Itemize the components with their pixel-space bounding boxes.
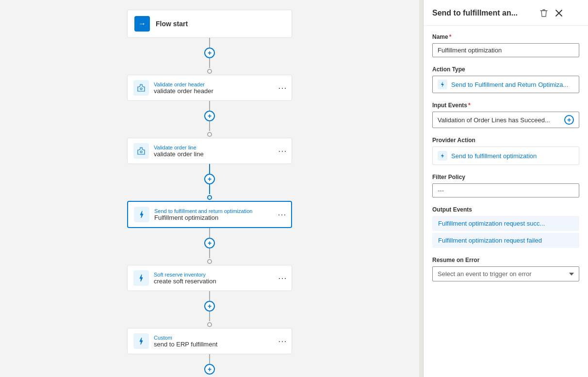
line-3 — [209, 164, 210, 174]
line-1 — [209, 38, 210, 48]
node-validate-header[interactable]: Validate order header validate order hea… — [127, 75, 292, 101]
node-custom-erp-name: send to ERP fulfillment — [154, 341, 286, 348]
node-fulfillment-icon — [134, 207, 149, 222]
flow-canvas: → Flow start + Validate order header val… — [0, 0, 419, 377]
panel-header: Send to fulfillment an... — [424, 0, 588, 26]
node-validate-header-icon — [133, 80, 149, 96]
panel-header-actions — [539, 8, 563, 18]
action-type-field-group: Action Type Send to Fulfillment and Retu… — [432, 66, 579, 93]
node-custom-erp-menu[interactable]: ⋯ — [278, 337, 287, 345]
node-soft-reserve-icon — [133, 270, 149, 286]
add-btn-1[interactable]: + — [204, 48, 215, 58]
input-events-label: Input Events* — [432, 102, 579, 109]
panel-body: Name* Action Type Send to Fulfillment an… — [424, 26, 588, 289]
line-6 — [209, 354, 210, 364]
node-custom-erp[interactable]: Custom send to ERP fulfillment ⋯ — [127, 328, 292, 354]
name-input[interactable] — [432, 43, 579, 57]
node-validate-line-top-label: Validate order line — [154, 145, 286, 150]
line-4 — [209, 228, 210, 238]
resume-on-error-select[interactable]: Select an event to trigger on error — [432, 266, 579, 281]
input-events-box[interactable]: Validation of Order Lines has Succeed...… — [432, 112, 579, 128]
svg-marker-4 — [140, 338, 143, 344]
input-events-add-button[interactable]: + — [564, 115, 574, 125]
provider-action-text: Send to fulfillment optimization — [451, 152, 537, 160]
add-btn-4[interactable]: + — [204, 238, 215, 248]
line-5 — [209, 291, 210, 301]
circle-1 — [207, 69, 212, 74]
connector-1: + — [204, 38, 215, 75]
flow-start-label: Flow start — [156, 20, 188, 28]
svg-marker-2 — [140, 211, 143, 218]
connector-4: + — [204, 228, 215, 265]
action-type-icon — [438, 80, 447, 89]
node-soft-reserve-top-label: Soft reserve inventory — [154, 272, 286, 278]
node-validate-line-text: Validate order line validate order line — [154, 145, 286, 158]
add-btn-3[interactable]: + — [204, 174, 215, 184]
line-2b — [209, 121, 210, 131]
provider-action-icon — [438, 151, 447, 161]
add-btn-5[interactable]: + — [204, 301, 215, 311]
node-validate-header-menu[interactable]: ⋯ — [278, 83, 287, 92]
connector-2: + — [204, 101, 215, 138]
add-btn-6[interactable]: + — [204, 364, 215, 375]
node-soft-reserve-name: create soft reservation — [154, 278, 286, 285]
resume-on-error-select-wrapper: Select an event to trigger on error — [432, 266, 579, 281]
node-soft-reserve[interactable]: Soft reserve inventory create soft reser… — [127, 265, 292, 291]
node-fulfillment-opt[interactable]: Send to fulfillment and return optimizat… — [127, 201, 292, 228]
node-soft-reserve-menu[interactable]: ⋯ — [278, 274, 287, 282]
flow-start-icon: → — [134, 16, 150, 32]
node-custom-erp-icon — [133, 333, 149, 349]
flow-start-node[interactable]: → Flow start — [127, 10, 292, 38]
filter-policy-field-group: Filter Policy — [432, 174, 579, 197]
output-event-item-1[interactable]: Fulfillment optimization request failed — [432, 233, 579, 248]
output-events-field-group: Output Events Fulfillment optimization r… — [432, 206, 579, 248]
svg-point-0 — [140, 88, 142, 90]
node-fulfillment-top-label: Send to fulfillment and return optimizat… — [154, 208, 285, 214]
node-soft-reserve-text: Soft reserve inventory create soft reser… — [154, 272, 286, 285]
name-field-group: Name* — [432, 33, 579, 57]
node-validate-line-menu[interactable]: ⋯ — [278, 147, 287, 155]
node-fulfillment-text: Send to fulfillment and return optimizat… — [154, 208, 285, 221]
close-button[interactable] — [555, 9, 563, 17]
resume-on-error-field-group: Resume on Error Select an event to trigg… — [432, 257, 579, 281]
output-event-item-0[interactable]: Fulfillment optimization request succ... — [432, 216, 579, 231]
line-5b — [209, 311, 210, 321]
node-validate-header-text: Validate order header validate order hea… — [154, 82, 286, 95]
flow-inner: → Flow start + Validate order header val… — [122, 10, 297, 375]
add-btn-2[interactable]: + — [204, 111, 215, 121]
node-validate-line-name: validate order line — [154, 150, 286, 158]
filter-policy-input[interactable] — [432, 183, 579, 197]
node-fulfillment-name: Fulfillment optimization — [154, 214, 285, 221]
provider-action-label: Provider Action — [432, 137, 579, 144]
input-events-text: Validation of Order Lines has Succeed... — [438, 116, 561, 124]
node-validate-line-icon — [133, 143, 149, 159]
input-events-required: * — [468, 102, 471, 109]
svg-point-1 — [140, 151, 142, 153]
provider-action-box: Send to fulfillment optimization — [432, 147, 579, 165]
output-events-list: Fulfillment optimization request succ...… — [432, 216, 579, 248]
delete-button[interactable] — [539, 8, 549, 18]
svg-marker-5 — [441, 82, 444, 87]
circle-3 — [207, 195, 212, 200]
circle-4 — [207, 259, 212, 264]
filter-policy-label: Filter Policy — [432, 174, 579, 180]
connector-5: + — [204, 291, 215, 328]
node-validate-line[interactable]: Validate order line validate order line … — [127, 138, 292, 164]
node-validate-header-name: validate order header — [154, 87, 286, 95]
input-events-field-group: Input Events* Validation of Order Lines … — [432, 102, 579, 128]
action-type-button[interactable]: Send to Fulfillment and Return Optimiza.… — [432, 76, 579, 93]
resume-on-error-label: Resume on Error — [432, 257, 579, 263]
node-validate-header-top-label: Validate order header — [154, 82, 286, 87]
output-events-label: Output Events — [432, 206, 579, 213]
node-custom-erp-top-label: Custom — [154, 335, 286, 341]
action-type-label: Action Type — [432, 66, 579, 73]
node-fulfillment-menu[interactable]: ⋯ — [278, 210, 286, 219]
side-panel: Send to fulfillment an... Name* — [423, 0, 588, 377]
circle-5 — [207, 322, 212, 327]
panel-title: Send to fulfillment an... — [432, 9, 539, 17]
panel-divider — [419, 0, 423, 377]
circle-2 — [207, 132, 212, 137]
name-label: Name* — [432, 33, 579, 40]
name-required: * — [449, 33, 452, 40]
connector-6: + — [204, 354, 215, 375]
